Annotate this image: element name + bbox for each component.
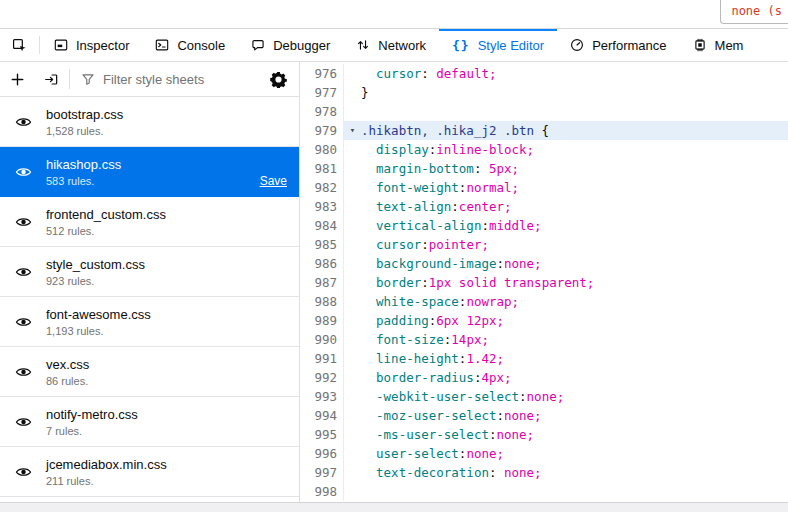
code-line[interactable]: 991 line-height:1.42; [300, 349, 788, 368]
line-number: 995 [300, 425, 344, 444]
tab-network[interactable]: Network [343, 29, 439, 61]
new-stylesheet-button[interactable] [0, 62, 34, 96]
code-line[interactable]: 983 text-align:center; [300, 197, 788, 216]
stylesheet-list: bootstrap.css1,528 rules.hikashop.css583… [0, 97, 299, 502]
tab-label: Console [177, 38, 225, 53]
line-number: 986 [300, 254, 344, 273]
stylesheet-item[interactable]: font-awesome.css1,193 rules. [0, 297, 299, 347]
fold-gutter [344, 216, 361, 235]
tab-performance[interactable]: Performance [557, 29, 679, 61]
import-stylesheet-button[interactable] [34, 62, 68, 96]
debugger-icon [251, 38, 265, 52]
visibility-eye-icon[interactable] [0, 313, 46, 330]
line-number: 993 [300, 387, 344, 406]
pick-element-button[interactable] [0, 29, 38, 61]
page-tooltip-text: none (s [731, 4, 782, 18]
stylesheet-rule-count: 1,528 rules. [46, 125, 123, 137]
code-line[interactable]: 996 user-select:none; [300, 444, 788, 463]
stylesheet-item[interactable]: hikashop.css583 rules.Save [0, 147, 299, 197]
code-text: background-image:none; [361, 254, 788, 273]
stylesheet-item[interactable]: frontend_custom.css512 rules. [0, 197, 299, 247]
fold-gutter [344, 444, 361, 463]
code-line[interactable]: 978 [300, 102, 788, 121]
fold-gutter [344, 349, 361, 368]
stylesheet-info: font-awesome.css1,193 rules. [46, 307, 151, 337]
code-line[interactable]: 980 display:inline-block; [300, 140, 788, 159]
horizontal-scrollbar[interactable] [0, 502, 788, 512]
code-line[interactable]: 984 vertical-align:middle; [300, 216, 788, 235]
code-text: text-decoration: none; [361, 463, 788, 482]
code-line[interactable]: 990 font-size:14px; [300, 330, 788, 349]
visibility-eye-icon[interactable] [0, 463, 46, 480]
line-number: 985 [300, 235, 344, 254]
fold-arrow-icon[interactable]: ▾ [344, 121, 361, 140]
code-text: -webkit-user-select:none; [361, 387, 788, 406]
line-number: 982 [300, 178, 344, 197]
tab-style-editor[interactable]: {}Style Editor [439, 29, 557, 61]
options-button[interactable] [257, 62, 299, 96]
filter-style-sheets-input[interactable] [103, 72, 257, 87]
stylesheet-name: font-awesome.css [46, 307, 151, 322]
code-text: .hikabtn, .hika_j2 .btn { [361, 121, 788, 140]
tab-debugger[interactable]: Debugger [238, 29, 343, 61]
stylesheet-item[interactable]: notify-metro.css7 rules. [0, 397, 299, 447]
code-line[interactable]: 987 border:1px solid transparent; [300, 273, 788, 292]
line-number: 978 [300, 102, 344, 121]
visibility-eye-icon[interactable] [0, 363, 46, 380]
fold-gutter [344, 273, 361, 292]
code-line[interactable]: 979▾.hikabtn, .hika_j2 .btn { [300, 121, 788, 140]
fold-gutter [344, 64, 361, 83]
visibility-eye-icon[interactable] [0, 213, 46, 230]
line-number: 988 [300, 292, 344, 311]
code-text: cursor:pointer; [361, 235, 788, 254]
code-line[interactable]: 997 text-decoration: none; [300, 463, 788, 482]
code-line[interactable]: 981 margin-bottom: 5px; [300, 159, 788, 178]
code-text: display:inline-block; [361, 140, 788, 159]
tab-memory[interactable]: Mem [680, 29, 757, 61]
code-line[interactable]: 992 border-radius:4px; [300, 368, 788, 387]
stylesheet-item[interactable]: bootstrap.css1,528 rules. [0, 97, 299, 147]
stylesheet-info: jcemediabox.min.css211 rules. [46, 457, 167, 487]
save-link[interactable]: Save [260, 174, 287, 196]
import-icon [44, 72, 59, 87]
fold-gutter [344, 425, 361, 444]
line-number: 976 [300, 64, 344, 83]
code-line[interactable]: 976 cursor: default; [300, 64, 788, 83]
inspector-icon [54, 38, 68, 52]
code-text: margin-bottom: 5px; [361, 159, 788, 178]
visibility-eye-icon[interactable] [0, 163, 46, 180]
code-line[interactable]: 993 -webkit-user-select:none; [300, 387, 788, 406]
code-text: border-radius:4px; [361, 368, 788, 387]
code-line[interactable]: 985 cursor:pointer; [300, 235, 788, 254]
code-line[interactable]: 994 -moz-user-select:none; [300, 406, 788, 425]
stylesheet-info: hikashop.css583 rules. [46, 157, 121, 187]
code-line[interactable]: 995 -ms-user-select:none; [300, 425, 788, 444]
stylesheet-name: bootstrap.css [46, 107, 123, 122]
tab-console[interactable]: Console [142, 29, 238, 61]
gear-icon [270, 71, 287, 88]
stylesheet-item[interactable]: style_custom.css923 rules. [0, 247, 299, 297]
visibility-eye-icon[interactable] [0, 413, 46, 430]
code-line[interactable]: 989 padding:6px 12px; [300, 311, 788, 330]
tab-label: Inspector [76, 38, 129, 53]
code-text: vertical-align:middle; [361, 216, 788, 235]
code-line[interactable]: 998 [300, 482, 788, 501]
code-line[interactable]: 977} [300, 83, 788, 102]
plus-icon [10, 72, 25, 87]
code-line[interactable]: 982 font-weight:normal; [300, 178, 788, 197]
stylesheet-name: jcemediabox.min.css [46, 457, 167, 472]
stylesheet-rule-count: 583 rules. [46, 175, 121, 187]
visibility-eye-icon[interactable] [0, 263, 46, 280]
line-number: 989 [300, 311, 344, 330]
tab-inspector[interactable]: Inspector [41, 29, 142, 61]
visibility-eye-icon[interactable] [0, 113, 46, 130]
fold-gutter [344, 178, 361, 197]
code-line[interactable]: 986 background-image:none; [300, 254, 788, 273]
fold-gutter [344, 292, 361, 311]
code-line[interactable]: 988 white-space:nowrap; [300, 292, 788, 311]
stylesheet-name: hikashop.css [46, 157, 121, 172]
stylesheet-item[interactable]: vex.css86 rules. [0, 347, 299, 397]
stylesheet-item[interactable]: jcemediabox.min.css211 rules. [0, 447, 299, 497]
code-editor[interactable]: 976 cursor: default;977}978979▾.hikabtn,… [300, 62, 788, 502]
fold-gutter [344, 330, 361, 349]
